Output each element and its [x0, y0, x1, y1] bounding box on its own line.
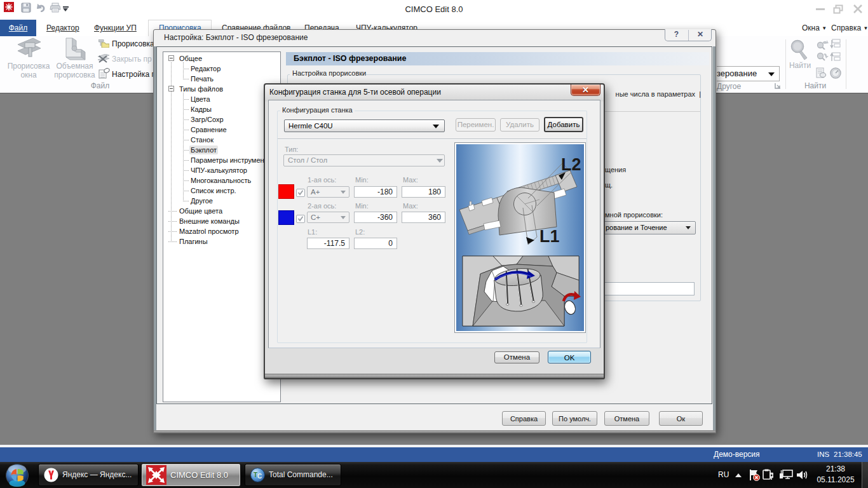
svg-text:L2: L2: [561, 155, 581, 174]
svg-text:L1: L1: [539, 227, 560, 246]
svg-text:C: C: [257, 473, 262, 480]
